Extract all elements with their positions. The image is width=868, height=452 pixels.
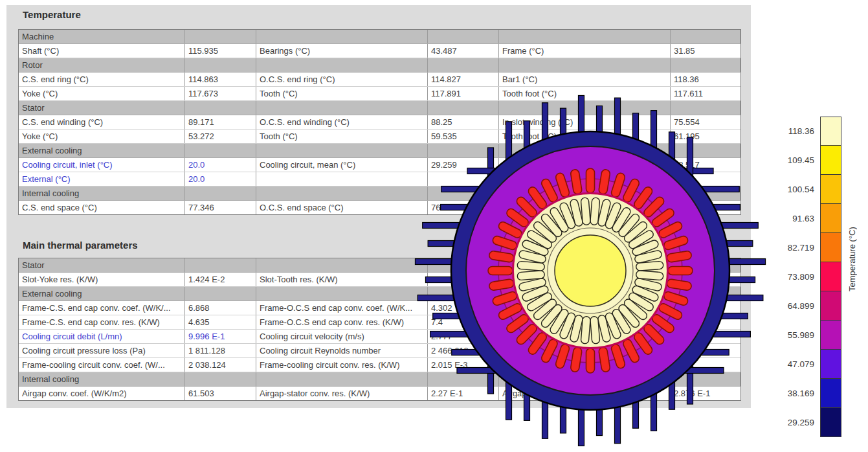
section-row-cell [256, 58, 428, 72]
legend-tick-label: 64.899 [764, 300, 814, 312]
section-row-cell [185, 258, 256, 272]
legend-tick-label: 29.259 [764, 417, 814, 429]
section-row-cell [185, 144, 256, 157]
section-row-cell [256, 101, 428, 115]
legend-axis-label: Temperature (°C) [843, 198, 860, 321]
cooling-fin [724, 259, 766, 265]
parameter-label: C.S. end space (°C) [19, 201, 185, 214]
parameter-label: C.S. end ring (°C) [19, 73, 185, 86]
parameter-value: 114.863 [185, 73, 256, 86]
parameter-label: C.S. end winding (°C) [19, 115, 185, 129]
parameter-label: Airgap conv. coef. (W/K/m2) [19, 387, 185, 400]
slot-winding [488, 267, 513, 275]
rotor-bar [581, 198, 590, 225]
rotor-bar [636, 261, 663, 271]
parameter-value: 53.272 [185, 130, 256, 143]
section-row-label: External cooling [19, 287, 185, 300]
shaft [555, 235, 626, 306]
parameter-label: Frame-cooling circuit conv. res. (K/W) [256, 358, 428, 372]
parameter-label: O.C.S. end space (°C) [256, 201, 428, 214]
parameter-value: 31.85 [671, 44, 740, 58]
slot-winding [586, 168, 595, 193]
section-row-label: Internal cooling [19, 372, 185, 386]
legend-tick-label: 118.36 [764, 126, 814, 137]
section-row-cell [499, 30, 671, 43]
parameter-label: Cooling circuit, inlet (°C) [19, 158, 185, 172]
cooling-fin [579, 405, 584, 446]
section-row-cell [185, 287, 256, 300]
section-row-cell [256, 372, 428, 386]
legend-tick-label: 47.079 [764, 359, 814, 370]
legend-swatch [820, 291, 841, 321]
parameter-label: Slot-Tooth res. (K/W) [256, 273, 428, 286]
parameter-label: Frame (°C) [499, 44, 671, 58]
legend-swatch [820, 321, 841, 350]
motor-cross-section-diagram [411, 91, 780, 452]
section-row-label: External cooling [19, 144, 185, 157]
legend-tick-label: 91.63 [764, 213, 814, 225]
parameter-value: 4.635 [185, 315, 256, 329]
section-row-cell [256, 144, 428, 157]
parameter-label: Frame-O.C.S end cap conv. res. (K/W) [256, 315, 428, 329]
parameter-label: Cooling circuit velocity (m/s) [256, 330, 428, 343]
parameter-label: Shaft (°C) [19, 44, 185, 58]
parameter-label: O.C.S. end ring (°C) [256, 73, 428, 86]
parameter-label: Cooling circuit Reynolds number [256, 344, 428, 357]
section-row-cell [256, 186, 428, 200]
parameter-label: External (°C) [19, 172, 185, 186]
legend-swatch [820, 117, 841, 146]
legend-swatch [820, 146, 841, 175]
parameter-value: 6.868 [185, 301, 256, 315]
section-row-cell [185, 186, 256, 200]
parameter-value: 1.424 E-2 [185, 273, 256, 286]
temperature-section-title: Temperature [23, 9, 81, 20]
legend-tick-label: 82.719 [764, 242, 814, 254]
legend-swatch [820, 408, 841, 437]
parameter-label: Frame-C.S. end cap conv. res. (K/W) [19, 315, 185, 329]
parameter-value: 114.827 [428, 73, 499, 86]
rotor-bar [517, 271, 545, 280]
section-row-cell [185, 30, 256, 43]
section-row-cell [185, 372, 256, 386]
section-row-label: Stator [19, 258, 185, 272]
legend-swatch [820, 262, 841, 291]
parameter-label: Tooth (°C) [256, 87, 428, 100]
section-row-cell [256, 30, 428, 43]
parameter-label: Cooling circuit pressure loss (Pa) [19, 344, 185, 357]
slot-winding [668, 267, 693, 275]
section-row-label: Rotor [19, 58, 185, 72]
parameter-label: Frame-C.S. end cap conv. coef. (W/K/... [19, 301, 185, 315]
parameter-value: 117.673 [185, 87, 256, 100]
parameter-value: 20.0 [185, 172, 256, 186]
stator-slot-group [665, 267, 693, 275]
parameter-value: 1 811.128 [185, 344, 256, 357]
parameter-value: 43.487 [428, 44, 499, 58]
parameter-label: Bar1 (°C) [499, 73, 671, 86]
section-row-cell [671, 30, 740, 43]
cooling-fin [579, 95, 584, 137]
section-row-cell [428, 58, 499, 72]
stator-slot-group [586, 345, 595, 373]
slot-winding [586, 348, 595, 373]
parameter-label: Airgap-stator conv. res. (K/W) [256, 387, 428, 400]
parameter-label [256, 172, 428, 186]
parameter-value: 115.935 [185, 44, 256, 58]
parameter-label: Bearings (°C) [256, 44, 428, 58]
legend-swatch [820, 350, 841, 379]
section-row-label: Machine [19, 30, 185, 43]
parameter-value: 61.503 [185, 387, 256, 400]
thermal-parameters-section-title: Main thermal parameters [23, 240, 138, 251]
parameter-label: Cooling circuit debit (L/mn) [19, 330, 185, 343]
table-row: Shaft (°C)115.935Bearings (°C)43.487Fram… [19, 44, 740, 58]
parameter-value: 118.36 [671, 73, 740, 86]
stator-slot-group [488, 267, 516, 275]
legend-tick-label: 55.989 [764, 330, 814, 341]
parameter-label: Yoke (°C) [19, 87, 185, 100]
legend-tick-label: 109.45 [764, 155, 814, 166]
parameter-value: 20.0 [185, 158, 256, 172]
section-row-cell [428, 30, 499, 43]
parameter-label: O.C.S. end winding (°C) [256, 115, 428, 129]
section-row-cell [185, 58, 256, 72]
parameter-label: Cooling circuit, mean (°C) [256, 158, 428, 172]
section-row-cell [256, 287, 428, 300]
